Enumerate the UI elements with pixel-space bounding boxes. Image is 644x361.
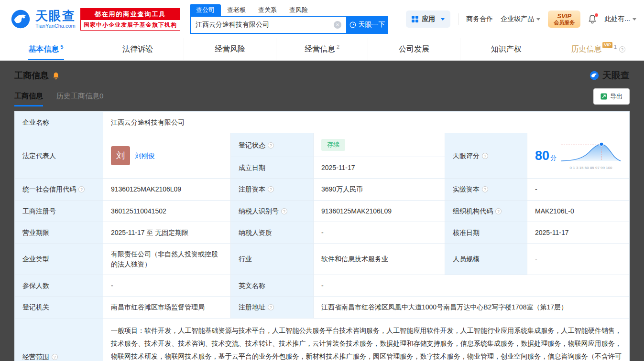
tab-operating-risk[interactable]: 经营风险 — [184, 38, 276, 60]
table-row: 统一社会信用代码 91360125MAK2106L09 注册资本 3690万人民… — [15, 179, 630, 200]
score-curve-chart: 0 1 3 15 50 85 97 99 100 — [559, 141, 622, 170]
search-button[interactable]: 天眼一下 — [346, 16, 388, 34]
top-header: 天眼查 TianYanCha.com 都在用的商业查询工具 国家中小企业发展子基… — [0, 0, 644, 38]
search-area: 查公司 查老板 查关系 查风险 天眼一下 — [190, 4, 388, 34]
cooperation-label: 商务合作 — [466, 15, 493, 23]
business-cooperation-link[interactable]: 商务合作 — [466, 15, 493, 23]
table-row: 参保人数 - 英文名称 - — [15, 275, 630, 296]
field-label-address: 注册地址 — [231, 297, 314, 318]
field-value-paid-capital: - — [527, 179, 630, 200]
tab-label: 法律诉讼 — [122, 44, 153, 54]
field-label-paid-capital: 实缴资本 — [445, 179, 527, 200]
chevron-down-icon — [536, 18, 540, 21]
chevron-down-icon — [633, 18, 636, 21]
info-icon[interactable] — [268, 304, 274, 310]
table-row: 经营范围 一般项目：软件开发，人工智能基础资源与技术平台，人工智能公共服务平台技… — [15, 318, 630, 361]
field-value-org-code: MAK2106L-0 — [527, 200, 630, 222]
export-button[interactable]: 导出 — [593, 88, 630, 105]
tab-operating-info[interactable]: 经营信息2 — [276, 38, 369, 60]
table-row: 登记机关 南昌市红谷滩区市场监督管理局 注册地址 江西省南昌市红谷滩区凤凰中大道… — [15, 297, 630, 318]
section-title: 工商信息 — [14, 70, 49, 81]
search-input[interactable] — [190, 16, 346, 34]
svip-member-badge[interactable]: SVIP 会员服务 — [548, 11, 580, 28]
info-icon[interactable] — [78, 186, 85, 192]
tab-intellectual-property[interactable]: 知识产权 — [460, 38, 553, 60]
field-value-reg-capital: 3690万人民币 — [314, 179, 445, 200]
announcement-icon[interactable] — [52, 72, 60, 80]
field-value-company-name: 江西云分途科技有限公司 — [103, 112, 630, 133]
legal-rep-avatar[interactable]: 刘 — [111, 146, 130, 165]
table-row: 工商注册号 360125110041502 纳税人识别号 91360125MAK… — [15, 200, 630, 222]
tab-basic-info[interactable]: 基本信息5 — [0, 38, 92, 60]
tianyancha-logo-icon — [10, 8, 32, 30]
logo-text: 天眼查 TianYanCha.com — [35, 10, 76, 28]
search-tab-boss[interactable]: 查老板 — [221, 4, 252, 16]
info-icon[interactable] — [268, 186, 274, 192]
tianyancha-watermark: 天眼查 — [589, 69, 630, 82]
enterprise-label: 企业级产品 — [501, 15, 534, 23]
header-right: 应用 商务合作 企业级产品 SVIP 会员服务 此处有... — [406, 11, 636, 28]
field-value-insured-count: - — [103, 275, 231, 296]
legal-rep-name-link[interactable]: 刘刚俊 — [135, 151, 155, 160]
field-value-industry: 软件和信息技术服务业 — [314, 244, 445, 275]
score-axis-labels: 0 1 3 15 50 85 97 99 100 — [559, 165, 622, 171]
table-row: 营业期限 2025-11-17 至 无固定期限 纳税人资质 - 核准日期 202… — [15, 222, 630, 244]
apps-menu[interactable]: 应用 — [406, 11, 450, 28]
field-value-address: 江西省南昌市红谷滩区凤凰中大道1000号南昌万达中心B2写字楼1708室（第17… — [314, 297, 630, 318]
notification-bell-icon[interactable] — [588, 14, 597, 24]
subtab-history-business-info[interactable]: 历史工商信息0 — [56, 92, 103, 106]
info-icon[interactable] — [482, 153, 488, 159]
account-menu-label: 此处有... — [604, 15, 630, 23]
enterprise-products-menu[interactable]: 企业级产品 — [501, 15, 540, 23]
field-value-reg-status: 存续 — [314, 133, 445, 157]
tab-legal-litigation[interactable]: 法律诉讼 — [92, 38, 185, 60]
logo-title: 天眼查 — [35, 10, 76, 22]
field-value-taxpayer-id: 91360125MAK2106L09 — [314, 200, 445, 222]
apps-grid-icon — [412, 16, 418, 22]
field-label-industry: 行业 — [231, 244, 314, 275]
score-number[interactable]: 80分 — [535, 147, 557, 165]
field-label-english-name: 英文名称 — [231, 275, 314, 296]
subtab-business-info[interactable]: 工商信息 — [14, 92, 43, 106]
search-tab-relation[interactable]: 查关系 — [252, 4, 283, 16]
tianyancha-watermark-icon — [589, 70, 600, 81]
search-tab-company[interactable]: 查公司 — [190, 4, 221, 16]
search-button-logo-icon — [349, 21, 356, 28]
info-icon[interactable] — [52, 354, 58, 360]
account-menu[interactable]: 此处有... — [604, 15, 636, 23]
status-badge: 存续 — [321, 139, 345, 151]
tab-label: 经营风险 — [215, 44, 245, 54]
export-icon — [600, 93, 607, 100]
tab-history-info[interactable]: 历史信息 VIP 1 — [552, 38, 644, 60]
divider — [458, 13, 458, 25]
search-tabs: 查公司 查老板 查关系 查风险 — [190, 4, 388, 16]
field-value-score[interactable]: 80分 — [527, 133, 630, 179]
tab-company-development[interactable]: 公司发展 — [368, 38, 460, 60]
logo-subtitle: TianYanCha.com — [35, 23, 76, 29]
chevron-down-icon — [441, 18, 445, 21]
tab-label: 基本信息 — [28, 44, 59, 54]
field-label-taxpayer-quality: 纳税人资质 — [231, 222, 314, 244]
info-icon[interactable] — [281, 208, 287, 214]
table-row: 企业类型 有限责任公司（非自然人投资或控股的法人独资） 行业 软件和信息技术服务… — [15, 244, 630, 275]
tianyancha-logo[interactable]: 天眼查 TianYanCha.com — [10, 8, 76, 30]
field-label-established: 成立日期 — [231, 157, 314, 179]
tab-badge: 2 — [337, 44, 339, 50]
svip-label: SVIP — [554, 12, 575, 20]
search-tab-risk[interactable]: 查风险 — [283, 4, 314, 16]
field-label-credit-code: 统一社会信用代码 — [15, 179, 103, 200]
info-icon[interactable] — [619, 46, 625, 53]
subtab-row: 工商信息 历史工商信息0 导出 — [14, 88, 630, 106]
info-icon[interactable] — [482, 186, 488, 192]
field-value-staff-size: - — [527, 244, 630, 275]
tab-badge: 5 — [60, 44, 63, 50]
tab-label: 历史信息 — [571, 44, 601, 54]
info-icon[interactable] — [495, 208, 502, 214]
field-value-credit-code: 91360125MAK2106L09 — [103, 179, 231, 200]
field-label-approval-date: 核准日期 — [445, 222, 527, 244]
slogan-badge: 都在用的商业查询工具 国家中小企业发展子基金旗下机构 — [80, 8, 180, 31]
tab-badge: 1 — [614, 44, 617, 50]
field-label-reg-capital: 注册资本 — [231, 179, 314, 200]
info-icon[interactable] — [268, 142, 274, 149]
clear-icon[interactable] — [334, 21, 341, 29]
